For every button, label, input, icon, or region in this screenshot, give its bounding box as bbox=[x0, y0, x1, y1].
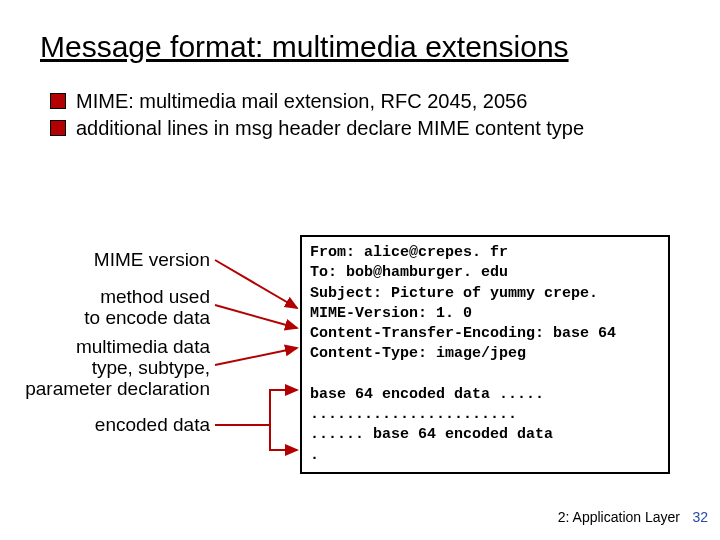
mail-line: Subject: Picture of yummy crepe. bbox=[310, 285, 598, 302]
bullet-list: MIME: multimedia mail extension, RFC 204… bbox=[50, 89, 680, 141]
mail-line: Content-Transfer-Encoding: base 64 bbox=[310, 325, 616, 342]
mail-line: ...... base 64 encoded data bbox=[310, 426, 553, 443]
mail-message-box: From: alice@crepes. fr To: bob@hamburger… bbox=[300, 235, 670, 474]
mail-line: . bbox=[310, 447, 319, 464]
bullet-item: MIME: multimedia mail extension, RFC 204… bbox=[50, 89, 680, 114]
diagram: MIME version method used to encode data … bbox=[0, 235, 720, 495]
bullet-item: additional lines in msg header declare M… bbox=[50, 116, 680, 141]
page-number: 32 bbox=[692, 509, 708, 525]
footer-text: 2: Application Layer bbox=[558, 509, 680, 525]
mail-line: To: bob@hamburger. edu bbox=[310, 264, 508, 281]
mail-line: Content-Type: image/jpeg bbox=[310, 345, 526, 362]
arrow-line bbox=[215, 390, 297, 425]
arrow-line bbox=[215, 260, 297, 308]
mail-line: base 64 encoded data ..... bbox=[310, 386, 544, 403]
slide-title: Message format: multimedia extensions bbox=[40, 30, 680, 64]
arrow-line bbox=[215, 305, 297, 328]
arrow-line bbox=[215, 348, 297, 365]
mail-line: ....................... bbox=[310, 406, 517, 423]
mail-line: MIME-Version: 1. 0 bbox=[310, 305, 472, 322]
mail-line: From: alice@crepes. fr bbox=[310, 244, 508, 261]
arrow-line bbox=[270, 425, 297, 450]
